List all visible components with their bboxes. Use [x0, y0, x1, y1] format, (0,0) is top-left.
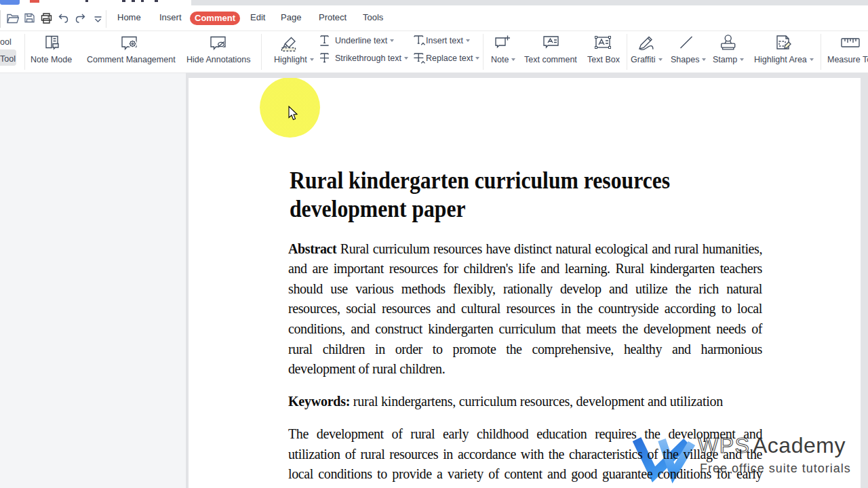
svg-text:Academy: Academy [753, 433, 846, 458]
